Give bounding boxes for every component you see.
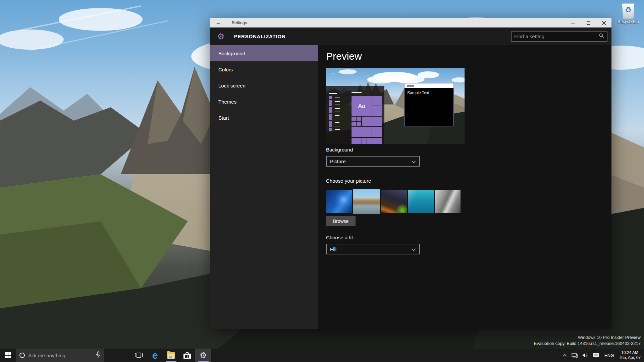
settings-window: ← Settings ⚙ PERSONALIZATION (210, 18, 611, 329)
store-icon (183, 352, 191, 359)
preview-tile (352, 122, 356, 126)
rail-row (329, 96, 340, 100)
sidebar-item-background[interactable]: Background (210, 45, 318, 61)
start-button[interactable] (0, 349, 16, 362)
picture-thumbnail-rock-face[interactable] (435, 190, 461, 213)
desktop: ♻ Recycle Bin Windows 10 Pro Insider Pre… (0, 0, 644, 362)
app-header: ⚙ PERSONALIZATION (210, 27, 611, 45)
browse-button[interactable]: Browse (326, 216, 356, 226)
clock[interactable]: 10:24 AM Thu, Apr, 07 (617, 349, 644, 362)
fit-dropdown[interactable]: Fill (326, 244, 420, 254)
watermark-line1: Windows 10 Pro Insider Preview (534, 335, 641, 341)
sidebar-item-themes[interactable]: Themes (210, 94, 318, 110)
rail-header-dash (329, 93, 337, 94)
start-preview-rail (329, 93, 340, 131)
file-explorer-button[interactable] (163, 349, 179, 362)
search-input[interactable] (514, 34, 599, 39)
minimize-icon (571, 21, 575, 25)
preview-tile (372, 106, 382, 116)
edge-button[interactable]: e (147, 349, 163, 362)
titlebar: ← Settings (210, 18, 611, 27)
close-icon (602, 21, 606, 25)
chevron-down-icon (412, 159, 416, 164)
clock-date: Thu, Apr, 07 (619, 355, 641, 360)
background-dropdown-value: Picture (330, 159, 346, 164)
cortana-search[interactable] (16, 349, 104, 362)
minimize-button[interactable] (565, 18, 581, 27)
rail-row (329, 110, 340, 114)
language-indicator[interactable]: ENG (601, 349, 617, 362)
preview-tile (367, 138, 372, 144)
rail-row (329, 100, 340, 103)
windows-logo-icon (5, 352, 11, 358)
choose-fit-label: Choose a fit (326, 235, 353, 240)
maximize-button[interactable] (581, 18, 596, 27)
preview-tile (362, 117, 382, 126)
close-button[interactable] (596, 18, 611, 27)
taskbar-search-input[interactable] (28, 353, 96, 358)
rail-row (329, 107, 340, 110)
file-explorer-icon (167, 352, 175, 359)
speaker-icon (582, 353, 588, 358)
sidebar: Background Colors Lock screen Themes Sta… (210, 45, 318, 329)
microphone-icon[interactable] (96, 351, 101, 359)
task-view-button[interactable] (131, 349, 147, 362)
preview-tile (372, 96, 382, 106)
sidebar-item-colors[interactable]: Colors (210, 61, 318, 77)
content-pane: Preview (318, 45, 611, 329)
preview-tile (352, 117, 356, 121)
system-tray: ENG 10:24 AM Thu, Apr, 07 (560, 349, 644, 362)
picture-thumbnail-underwater[interactable] (408, 190, 434, 213)
evaluation-watermark: Windows 10 Pro Insider Preview Evaluatio… (534, 335, 641, 347)
watermark-line2: Evaluation copy. Build 14316.rs1_release… (534, 341, 641, 347)
recycle-bin[interactable]: ♻ Recycle Bin (616, 3, 640, 24)
rail-row (329, 128, 340, 131)
picture-thumbnail-night-camping[interactable] (381, 190, 407, 213)
settings-taskbar-button[interactable]: ⚙ (195, 349, 211, 362)
sidebar-item-start[interactable]: Start (210, 110, 318, 126)
action-center-icon (593, 353, 599, 358)
store-button[interactable] (179, 349, 195, 362)
task-view-icon (135, 352, 143, 358)
cortana-icon (19, 353, 25, 358)
window-title: Settings (232, 20, 247, 25)
preview-tile (357, 117, 361, 121)
edge-icon: e (152, 350, 158, 360)
picture-thumbnail-windows-hero[interactable] (326, 190, 352, 213)
tray-expand-button[interactable] (560, 349, 569, 362)
page-title: PERSONALIZATION (234, 34, 285, 39)
preview-tile-aa: Aa (352, 96, 372, 116)
recycle-bin-icon: ♻ (622, 3, 635, 19)
choose-picture-label: Choose your picture (326, 178, 371, 184)
rail-row (329, 124, 340, 128)
preview-tile (352, 127, 372, 137)
background-dropdown[interactable]: Picture (326, 156, 420, 167)
preview-tile (372, 138, 382, 144)
sample-window-body: Sample Text (405, 88, 453, 98)
preview-tile (372, 127, 382, 137)
fit-dropdown-value: Fill (330, 246, 336, 252)
chevron-up-icon (563, 354, 567, 357)
picture-thumbnail-beach-rocks[interactable] (353, 189, 380, 214)
recycle-bin-label: Recycle Bin (616, 19, 640, 24)
find-setting-searchbox[interactable] (511, 32, 607, 42)
search-icon (599, 33, 604, 40)
sidebar-item-lock-screen[interactable]: Lock screen (210, 77, 318, 94)
picture-thumbnails (326, 189, 462, 214)
preview-start-menu: Aa (326, 86, 384, 144)
sample-window-titlebar (405, 83, 453, 88)
volume-button[interactable] (580, 349, 591, 362)
rail-row (329, 103, 340, 107)
back-button[interactable]: ← (210, 18, 226, 27)
sample-window-title-dash (407, 85, 414, 86)
rail-row (329, 117, 340, 121)
preview-tile (352, 138, 362, 144)
action-center-button[interactable] (591, 349, 601, 362)
taskbar: e ⚙ (0, 349, 644, 362)
clock-time: 10:24 AM (619, 350, 641, 355)
network-button[interactable] (569, 349, 580, 362)
sample-text: Sample Text (407, 90, 429, 95)
chevron-down-icon (412, 246, 416, 252)
rail-row (329, 121, 340, 124)
rail-row (329, 114, 340, 117)
